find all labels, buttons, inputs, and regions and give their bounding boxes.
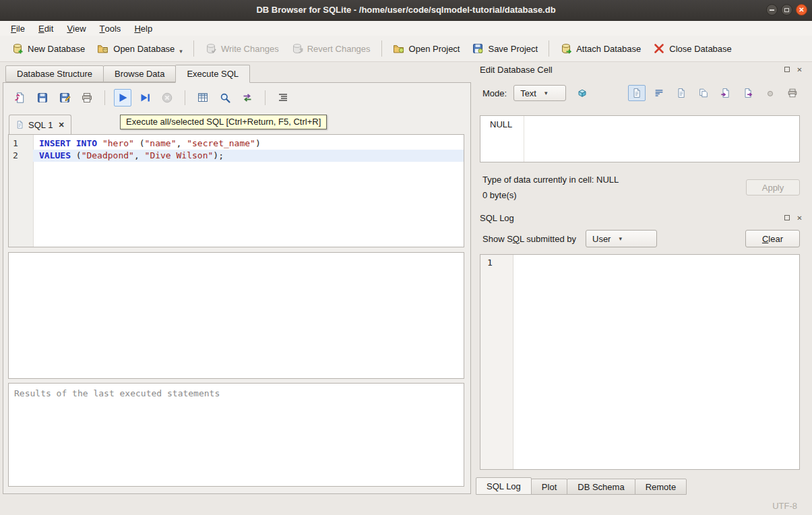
close-window-button[interactable]: ✕ [796,4,807,16]
cell-type-info: Type of data currently in cell: NULL [482,175,619,185]
app-window: DB Browser for SQLite - /home/user/code/… [0,0,812,515]
save-sql-file-button[interactable] [34,89,51,107]
text-mode-button[interactable] [628,85,646,101]
copy-cell-button[interactable] [673,85,690,101]
word-wrap-button[interactable] [650,85,668,101]
float-icon [784,67,790,72]
log-filter-value: User [592,234,611,244]
right-panel: Edit Database Cell ✕ Mode: Text ▾ NULL [473,61,809,496]
window-title: DB Browser for SQLite - /home/user/code/… [0,0,812,20]
execute-line-button[interactable] [136,89,154,107]
sql-log-filter-row: Show SQL submitted by User ▾ Clear [480,229,800,249]
open-database-button[interactable]: Open Database▾ [91,40,189,57]
toolbar-separator [104,90,105,105]
messages-area[interactable]: Results of the last executed statements [8,383,464,487]
auto-format-button[interactable] [274,89,292,107]
main-tabbar: Database StructureBrowse DataExecute SQL [3,65,471,82]
cell-edit-toolbar [628,85,801,101]
line-number: 2 [9,150,33,162]
menu-file[interactable]: File [4,21,32,36]
close-dock-button[interactable]: ✕ [795,65,804,74]
find-button[interactable] [216,89,234,107]
export-csv-button[interactable] [194,89,212,107]
write-changes-label: Write Changes [221,44,279,54]
close-icon: ✕ [799,7,804,13]
close-database-label: Close Database [669,44,732,54]
execute-all-button[interactable] [114,89,131,107]
close-database-button[interactable]: Close Database [647,40,738,57]
dock-tab-sql-log[interactable]: SQL Log [476,477,532,495]
maximize-icon [784,8,789,12]
menu-tools[interactable]: Tools [93,21,128,36]
results-grid[interactable] [8,252,464,379]
save-project-label: Save Project [488,44,538,54]
dock-tab-db-schema[interactable]: DB Schema [567,479,635,495]
open-project-icon [393,42,405,55]
log-filter-label: Show SQL submitted by [482,234,576,244]
close-tab-icon[interactable]: ✕ [58,121,64,129]
attach-database-button[interactable]: Attach Database [554,40,647,57]
toolbar-separator [381,40,382,57]
print-sql-button[interactable] [78,89,96,107]
minimize-button[interactable] [766,4,778,16]
save-project-icon [472,42,484,55]
attach-database-label: Attach Database [576,44,641,54]
mode-label: Mode: [482,88,507,98]
import-data-button[interactable] [717,85,735,101]
tab-database-structure[interactable]: Database Structure [5,65,104,82]
sql-tab[interactable]: SQL 1 ✕ [9,115,71,134]
float-dock-button[interactable] [782,65,791,74]
cell-size-info: 0 byte(s) [482,190,517,200]
sql-file-icon [15,120,24,129]
toolbar-separator [185,90,185,105]
close-dock-icon: ✕ [797,66,802,73]
log-filter-combobox[interactable]: User ▾ [586,230,657,247]
line-number: 1 [9,138,33,150]
auto-mode-button[interactable] [573,84,592,102]
find-replace-button[interactable] [239,89,256,107]
messages-placeholder: Results of the last executed statements [9,384,464,398]
encoding-label: UTF-8 [772,501,797,511]
revert-changes-icon [291,42,303,55]
tab-execute-sql[interactable]: Execute SQL [175,65,250,83]
print-cell-button[interactable] [784,85,801,101]
toolbar-separator [193,40,194,57]
write-changes-button: Write Changes [199,40,285,57]
paste-cell-button[interactable] [695,85,712,101]
menu-edit[interactable]: Edit [32,21,60,36]
close-dock-icon: ✕ [797,214,802,222]
apply-button: Apply [746,179,800,195]
log-gutter: 1 [480,255,513,469]
dropdown-caret-icon[interactable]: ▾ [179,48,183,55]
stop-execution-button [158,89,176,107]
float-dock-button[interactable] [782,214,791,222]
sql-editor[interactable]: 1INSERT INTO "hero" ("name", "secret_nam… [8,134,464,247]
export-data-button[interactable] [739,85,757,101]
chevron-down-icon: ▾ [544,90,548,96]
clear-log-button[interactable]: Clear [745,230,800,247]
menu-view[interactable]: View [60,21,92,36]
log-line-number: 1 [480,255,513,268]
dock-tab-remote[interactable]: Remote [635,479,687,495]
set-null-button[interactable] [761,85,779,101]
cell-mode-row: Mode: Text ▾ [480,83,801,103]
close-dock-button[interactable]: ✕ [795,214,804,222]
mode-combobox[interactable]: Text ▾ [513,85,566,101]
toolbar-separator [549,40,549,57]
save-sql-file-as-button[interactable] [56,89,73,107]
new-database-button[interactable]: New Database [5,40,91,57]
open-sql-file-button[interactable] [11,89,29,107]
menubar: FileEditViewToolsHelp [0,21,812,36]
tab-browse-data[interactable]: Browse Data [103,65,176,82]
dock-tab-plot[interactable]: Plot [531,479,567,495]
toolbar-separator [265,90,266,105]
save-project-button[interactable]: Save Project [466,40,544,57]
menu-help[interactable]: Help [127,21,159,36]
cell-editor[interactable]: NULL [480,115,800,162]
maximize-button[interactable] [781,4,792,16]
open-project-button[interactable]: Open Project [387,40,466,57]
edit-cell-dock-header: Edit Database Cell ✕ [473,63,809,76]
sql-log-area[interactable]: 1 [480,254,800,470]
edit-cell-title: Edit Database Cell [480,65,553,75]
cell-editor-gutter: NULL [480,116,524,162]
